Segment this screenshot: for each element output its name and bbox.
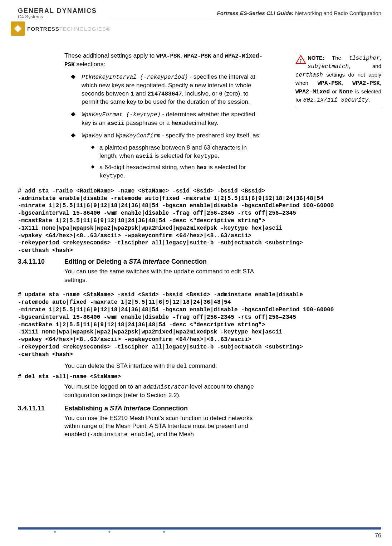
list-item: a 64-digit hexadecimal string, when hex … — [92, 164, 265, 180]
code-span: hex — [196, 165, 207, 171]
text-span: These additional settings apply to — [64, 52, 156, 59]
text-span: is selected for — [207, 164, 246, 171]
header-title: Fortress ES-Series CLI Guide: Networking… — [217, 10, 381, 16]
text-span: command: — [187, 362, 217, 369]
code-block-update-sta: # update sta -name <StaName> -ssid <Ssid… — [18, 291, 381, 358]
code-span: hex — [171, 120, 182, 127]
section-title: Editing or Deleting a STA Interface Conn… — [64, 258, 207, 265]
text-span: ), and the Mesh — [152, 431, 194, 438]
del-para: You can delete the STA interface with th… — [64, 362, 265, 371]
note-box: NOTE: The tlscipher, subjectmatch, and c… — [295, 52, 381, 106]
fortress-logo: FORTRESSTECHNOLOGIES® — [11, 21, 111, 36]
code-block-add-sta: # add sta -radio <RadioName> -name <StaN… — [18, 187, 381, 254]
code-span: PtkRekeyInterval (-rekeyperiod) — [82, 74, 188, 81]
text-span: passphrase or a — [124, 120, 171, 126]
section-number: 3.4.11.11 — [18, 405, 64, 412]
code-span: administrator — [143, 384, 188, 390]
list-item: WpaKeyFormat (-keytype) - determines whe… — [72, 111, 265, 127]
text-em: STA Interface — [129, 258, 170, 265]
text-span: Connection — [170, 258, 207, 265]
list-item: PtkRekeyInterval (-rekeyperiod) - specif… — [72, 73, 265, 106]
code-span: WPA-PSK — [156, 53, 180, 59]
section-number: 3.4.11.10 — [18, 258, 64, 265]
header-divider — [111, 18, 381, 18]
bullet-list: PtkRekeyInterval (-rekeyperiod) - specif… — [72, 73, 265, 180]
code-span: update — [174, 269, 195, 275]
sub-list: a plaintext passphrase between 8 and 63 … — [92, 144, 265, 180]
section2-para: You can use the ES210 Mesh Point's scan … — [64, 414, 265, 439]
svg-point-0 — [300, 59, 302, 60]
section-heading: 3.4.11.10 Editing or Deleting a STA Inte… — [18, 258, 381, 265]
footer-dots: • • • — [54, 528, 190, 536]
intro-para: These additional settings apply to WPA-P… — [64, 52, 265, 69]
list-item: a plaintext passphrase between 8 and 63 … — [92, 144, 265, 161]
code-span: WpaKey — [82, 133, 102, 139]
text-span: and — [102, 132, 116, 139]
list-item: WpaKey and WpaKeyConfirm - specify the p… — [72, 132, 265, 180]
admin-para: You must be logged on to an administrato… — [64, 383, 265, 400]
code-span: WPA2-PSK — [184, 53, 211, 59]
code-span: keytype — [193, 153, 217, 160]
note-text: NOTE: The tlscipher, subjectmatch, and c… — [295, 55, 381, 103]
code-span: keytype — [99, 173, 123, 179]
text-span: adecimal key. — [182, 120, 219, 126]
text-span: Editing or Deleting a — [64, 258, 129, 265]
text-span: You can delete the STA interface with th… — [64, 362, 177, 369]
code-span: WpaKeyConfirm — [116, 133, 160, 139]
section-title: Establishing a STA Interface Connection — [64, 405, 188, 412]
text-span: and — [211, 52, 225, 59]
text-span: , — [180, 52, 183, 59]
text-span: a 64-digit hexadecimal string, when — [99, 164, 196, 171]
text-span: , inclusive, or — [182, 90, 219, 97]
text-span: You must be logged on to an — [64, 383, 143, 390]
section1-para: You can use the same switches with the u… — [64, 268, 265, 284]
text-span: . — [218, 152, 220, 159]
text-span: Establishing a — [64, 405, 110, 412]
code-span: ascii — [136, 153, 153, 160]
fortress-icon — [11, 21, 25, 36]
code-span: WpaKeyFormat (-keytype) — [82, 112, 161, 118]
code-block-del-sta: # del sta -all|-name <StaName> — [18, 373, 381, 381]
code-span: ascii — [107, 120, 124, 127]
warning-icon — [295, 55, 306, 64]
page-number: 76 — [375, 532, 381, 539]
code-span: 0 — [219, 91, 222, 97]
text-span: is selected for — [153, 152, 193, 159]
note-label: NOTE: — [308, 55, 324, 61]
header-title-bold: Fortress ES-Series CLI Guide: — [217, 10, 294, 16]
svg-rect-1 — [300, 61, 301, 63]
code-span: 2147483647 — [147, 91, 182, 97]
content-area: NOTE: The tlscipher, subjectmatch, and c… — [18, 52, 381, 439]
section-heading: 3.4.11.11 Establishing a STA Interface C… — [18, 405, 381, 412]
text-span: and — [134, 90, 148, 97]
text-span: - specify the preshared key itself, as: — [160, 132, 261, 139]
header-title-rest: Networking and Radio Configuration — [294, 10, 381, 16]
code-span: -adminstate enable — [90, 432, 152, 438]
fortress-bold: FORTRESS — [27, 26, 59, 32]
code-span: del — [177, 363, 187, 370]
fortress-tech: TECHNOLOGIES® — [59, 26, 111, 32]
code-span: 1 — [131, 91, 134, 97]
text-span: Connection — [151, 405, 188, 412]
text-span: You can use the same switches with the — [64, 268, 174, 275]
text-span: . — [123, 172, 125, 179]
text-em: STA Interface — [110, 405, 151, 412]
text-span: selections: — [75, 61, 105, 68]
